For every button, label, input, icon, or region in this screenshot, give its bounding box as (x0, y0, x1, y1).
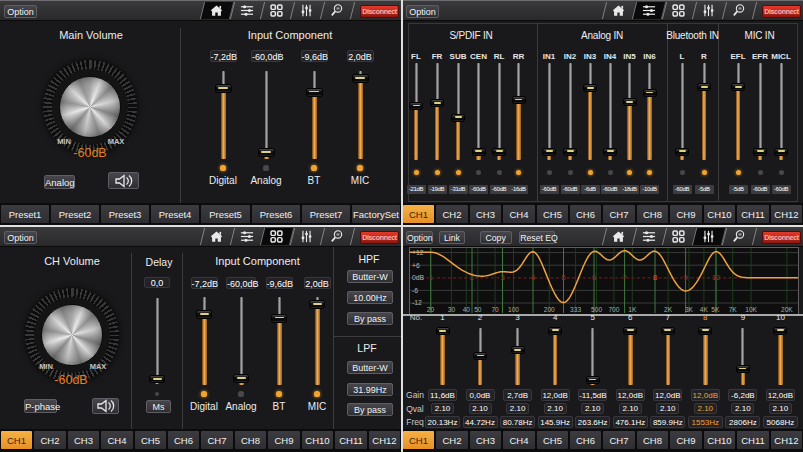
svg-text:10: 10 (712, 273, 720, 282)
svg-text:-6: -6 (412, 287, 418, 294)
svg-text:4: 4 (531, 273, 535, 282)
svg-text:+12: +12 (412, 249, 424, 256)
svg-text:6: 6 (592, 273, 596, 282)
svg-text:5: 5 (561, 273, 565, 282)
svg-text:1: 1 (429, 273, 433, 282)
svg-text:0dB: 0dB (412, 274, 425, 281)
svg-text:8: 8 (653, 273, 657, 282)
svg-text:+6: +6 (412, 262, 420, 269)
svg-text:-12: -12 (412, 299, 422, 306)
svg-text:3: 3 (500, 273, 504, 282)
svg-text:9: 9 (684, 273, 688, 282)
svg-text:7: 7 (623, 273, 627, 282)
